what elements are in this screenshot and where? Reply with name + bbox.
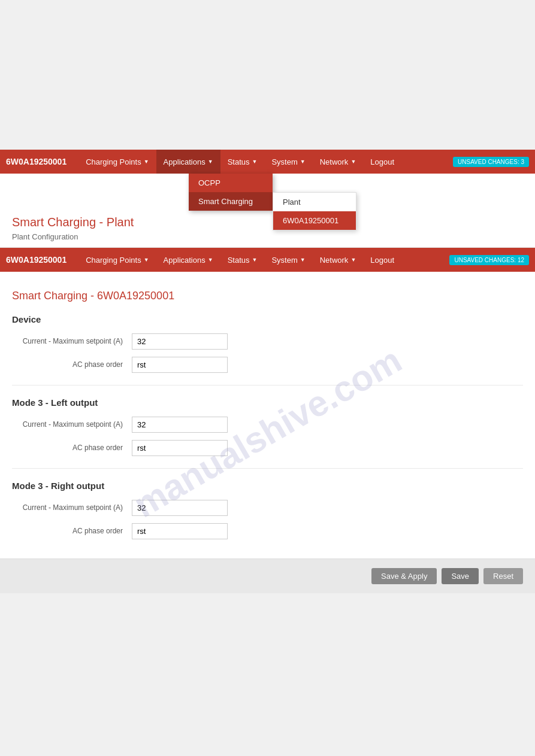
label-device-ac-phase: AC phase order xyxy=(12,360,132,370)
nav-charging-points-top[interactable]: Charging Points ▼ xyxy=(78,150,156,174)
chevron-down-icon: ▼ xyxy=(300,257,306,263)
chevron-down-icon: ▼ xyxy=(350,257,356,263)
label-left-max-setpoint: Current - Maximum setpoint (A) xyxy=(12,420,132,430)
chevron-down-icon: ▼ xyxy=(300,159,306,165)
input-device-max-setpoint[interactable] xyxy=(132,333,228,350)
input-device-ac-phase[interactable] xyxy=(132,357,228,373)
dropdown-item-smart-charging[interactable]: Smart Charging Plant 6W0A19250001 xyxy=(189,192,273,211)
reset-button[interactable]: Reset xyxy=(483,568,523,584)
submenu-item-device[interactable]: 6W0A19250001 xyxy=(273,211,356,230)
label-right-max-setpoint: Current - Maximum setpoint (A) xyxy=(12,503,132,513)
divider-2 xyxy=(12,468,523,469)
nav-logout-top[interactable]: Logout xyxy=(363,150,401,174)
chevron-down-icon: ▼ xyxy=(252,257,258,263)
brand-label-top: 6W0A19250001 xyxy=(6,157,67,166)
content-area: Smart Charging - 6W0A19250001 Device Cur… xyxy=(0,272,535,558)
label-right-ac-phase: AC phase order xyxy=(12,527,132,536)
field-left-max-setpoint: Current - Maximum setpoint (A) xyxy=(12,417,523,433)
input-right-max-setpoint[interactable] xyxy=(132,500,228,516)
field-left-ac-phase: AC phase order xyxy=(12,440,523,456)
nav-items-top: Charging Points ▼ Applications ▼ Status … xyxy=(78,150,453,174)
chevron-down-icon: ▼ xyxy=(350,159,356,165)
nav-network-second[interactable]: Network ▼ xyxy=(313,248,364,272)
field-right-ac-phase: AC phase order xyxy=(12,523,523,539)
navbar-second: 6W0A19250001 Charging Points ▼ Applicati… xyxy=(0,248,535,272)
label-left-ac-phase: AC phase order xyxy=(12,444,132,453)
applications-dropdown: OCPP Smart Charging Plant 6W0A19250001 xyxy=(189,174,273,211)
nav-network-top[interactable]: Network ▼ xyxy=(313,150,364,174)
chevron-down-icon: ▼ xyxy=(208,159,213,165)
nav-charging-points-second[interactable]: Charging Points ▼ xyxy=(78,248,156,272)
section-title-mode3-right: Mode 3 - Right output xyxy=(12,481,523,491)
field-device-ac-phase: AC phase order xyxy=(12,357,523,373)
input-left-max-setpoint[interactable] xyxy=(132,417,228,433)
unsaved-badge-second: UNSAVED CHANGES: 12 xyxy=(449,255,529,265)
nav-logout-second[interactable]: Logout xyxy=(363,248,401,272)
input-left-ac-phase[interactable] xyxy=(132,440,228,456)
label-device-max-setpoint: Current - Maximum setpoint (A) xyxy=(12,337,132,347)
nav-system-top[interactable]: System ▼ xyxy=(264,150,312,174)
save-apply-button[interactable]: Save & Apply xyxy=(371,568,437,584)
nav-status-top[interactable]: Status ▼ xyxy=(220,150,265,174)
nav-applications-top[interactable]: Applications ▼ xyxy=(156,150,220,174)
unsaved-badge-top: UNSAVED CHANGES: 3 xyxy=(453,157,529,167)
submenu-item-plant[interactable]: Plant xyxy=(273,193,356,211)
main-title: Smart Charging - 6W0A19250001 xyxy=(12,290,523,302)
field-device-max-setpoint: Current - Maximum setpoint (A) xyxy=(12,333,523,350)
chevron-down-icon: ▼ xyxy=(144,159,149,165)
nav-items-second: Charging Points ▼ Applications ▼ Status … xyxy=(78,248,449,272)
brand-label-second: 6W0A19250001 xyxy=(6,255,67,265)
nav-system-second[interactable]: System ▼ xyxy=(264,248,312,272)
page-subtitle: Plant Configuration xyxy=(12,232,523,241)
section-title-mode3-left: Mode 3 - Left output xyxy=(12,397,523,408)
nav-status-second[interactable]: Status ▼ xyxy=(220,248,265,272)
field-right-max-setpoint: Current - Maximum setpoint (A) xyxy=(12,500,523,516)
divider-1 xyxy=(12,385,523,385)
chevron-down-icon: ▼ xyxy=(208,257,213,263)
input-right-ac-phase[interactable] xyxy=(132,523,228,539)
footer-bar: Save & Apply Save Reset xyxy=(0,558,535,593)
main-content: Smart Charging - 6W0A19250001 Device Cur… xyxy=(0,272,535,593)
nav-applications-second[interactable]: Applications ▼ xyxy=(156,248,220,272)
chevron-down-icon: ▼ xyxy=(144,257,149,263)
smart-charging-submenu: Plant 6W0A19250001 xyxy=(273,192,356,230)
page-title: Smart Charging - Plant xyxy=(12,215,523,229)
chevron-down-icon: ▼ xyxy=(252,159,258,165)
navbar-top: 6W0A19250001 Charging Points ▼ Applicati… xyxy=(0,150,535,174)
section-title-device: Device xyxy=(12,314,523,324)
save-button[interactable]: Save xyxy=(442,568,479,584)
dropdown-item-ocpp[interactable]: OCPP xyxy=(189,174,273,192)
